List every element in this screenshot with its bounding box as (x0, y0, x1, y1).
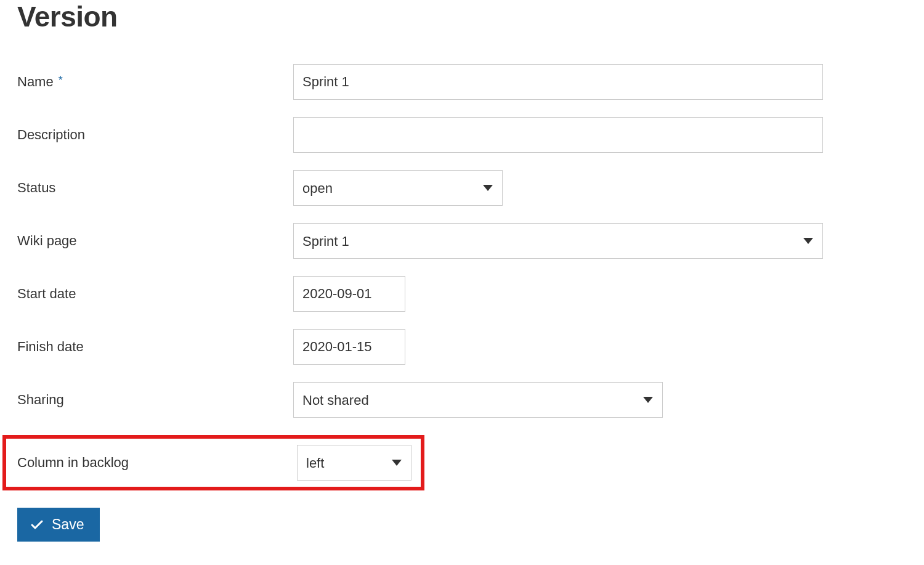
label-sharing: Sharing (17, 392, 293, 408)
label-name: Name * (17, 74, 293, 90)
label-status: Status (17, 180, 293, 196)
check-icon (30, 518, 44, 532)
label-description: Description (17, 127, 293, 143)
status-select[interactable]: open (293, 170, 503, 206)
label-name-text: Name (17, 74, 54, 89)
save-button[interactable]: Save (17, 508, 100, 542)
save-button-label: Save (52, 516, 84, 533)
page-title: Version (17, 0, 907, 33)
row-description: Description (17, 117, 907, 153)
column-in-backlog-select[interactable]: left (297, 445, 411, 481)
label-finish-date: Finish date (17, 339, 293, 355)
start-date-input[interactable] (293, 276, 405, 312)
description-input[interactable] (293, 117, 823, 153)
label-start-date: Start date (17, 286, 293, 302)
row-wiki-page: Wiki page Sprint 1 (17, 223, 907, 259)
required-marker: * (59, 74, 63, 86)
row-start-date: Start date (17, 276, 907, 312)
finish-date-input[interactable] (293, 329, 405, 365)
label-wiki-page: Wiki page (17, 233, 293, 249)
sharing-select[interactable]: Not shared (293, 382, 663, 418)
name-input[interactable] (293, 64, 823, 100)
wiki-page-select[interactable]: Sprint 1 (293, 223, 823, 259)
row-finish-date: Finish date (17, 329, 907, 365)
label-column-in-backlog: Column in backlog (17, 455, 297, 471)
row-status: Status open (17, 170, 907, 206)
row-name: Name * (17, 64, 907, 100)
row-column-in-backlog: Column in backlog left (2, 435, 424, 490)
row-sharing: Sharing Not shared (17, 382, 907, 418)
